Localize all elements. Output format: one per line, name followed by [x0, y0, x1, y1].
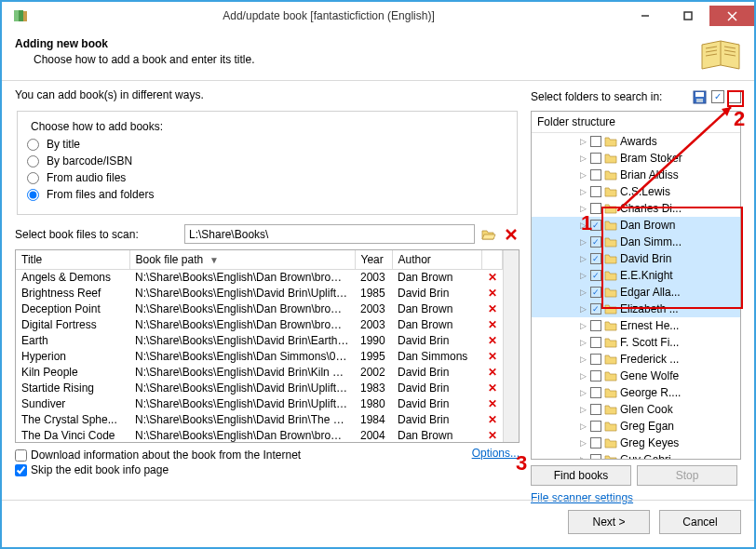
- folder-node[interactable]: ▷Awards: [532, 133, 740, 150]
- expand-icon[interactable]: ▷: [578, 170, 587, 180]
- cell-delete[interactable]: ✕: [482, 286, 503, 301]
- folder-checkbox[interactable]: [590, 253, 601, 264]
- expand-icon[interactable]: ▷: [578, 355, 587, 364]
- table-row[interactable]: The Da Vinci CodeN:\Share\Books\English\…: [16, 428, 503, 443]
- options-link[interactable]: Options...: [472, 447, 520, 478]
- folder-checkbox[interactable]: [590, 220, 601, 231]
- folder-checkbox[interactable]: [590, 303, 601, 315]
- folder-node[interactable]: ▷Bram Stoker: [532, 150, 740, 167]
- expand-icon[interactable]: ▷: [578, 254, 587, 263]
- expand-icon[interactable]: ▷: [578, 221, 587, 230]
- folder-checkbox[interactable]: [590, 270, 601, 281]
- folder-node[interactable]: ▷Charles Di...: [532, 200, 740, 217]
- folder-checkbox[interactable]: [590, 387, 601, 398]
- chk-skip-edit[interactable]: Skip the edit book info page: [15, 463, 472, 476]
- uncheck-all-button[interactable]: [728, 90, 741, 103]
- cell-delete[interactable]: ✕: [482, 270, 503, 286]
- radio-from-audio[interactable]: From audio files: [27, 171, 507, 184]
- expand-icon[interactable]: ▷: [578, 304, 587, 314]
- expand-icon[interactable]: ▷: [578, 204, 587, 213]
- table-row[interactable]: EarthN:\Share\Books\English\David Brin\E…: [16, 333, 503, 349]
- folder-node[interactable]: ▷C.S.Lewis: [532, 183, 740, 200]
- folder-checkbox[interactable]: [590, 320, 601, 331]
- folder-node[interactable]: ▷Frederick ...: [532, 351, 740, 368]
- expand-icon[interactable]: ▷: [578, 388, 587, 397]
- table-row[interactable]: HyperionN:\Share\Books\English\Dan Simmo…: [16, 349, 503, 365]
- chk-download[interactable]: Download information about the book from…: [15, 449, 472, 462]
- folder-node[interactable]: ▷Greg Egan: [532, 418, 740, 435]
- radio-by-barcode[interactable]: By barcode/ISBN: [27, 154, 507, 167]
- folder-checkbox[interactable]: [590, 370, 601, 382]
- folder-node[interactable]: ▷Gene Wolfe: [532, 368, 740, 384]
- radio-from-files[interactable]: From files and folders: [27, 188, 507, 201]
- folder-checkbox[interactable]: [590, 287, 601, 298]
- expand-icon[interactable]: ▷: [578, 321, 587, 330]
- folder-checkbox[interactable]: [590, 454, 601, 460]
- expand-icon[interactable]: ▷: [578, 405, 587, 414]
- table-row[interactable]: Deception PointN:\Share\Books\English\Da…: [16, 301, 503, 317]
- table-row[interactable]: The Crystal Sphe...N:\Share\Books\Englis…: [16, 412, 503, 428]
- cell-delete[interactable]: ✕: [482, 381, 503, 396]
- folder-checkbox[interactable]: [590, 437, 601, 449]
- expand-icon[interactable]: ▷: [578, 237, 587, 247]
- clear-path-button[interactable]: [503, 226, 520, 243]
- expand-icon[interactable]: ▷: [578, 455, 587, 460]
- radio-by-title[interactable]: By title: [27, 138, 507, 151]
- cell-delete[interactable]: ✕: [482, 301, 503, 317]
- table-row[interactable]: Kiln PeopleN:\Share\Books\English\David …: [16, 365, 503, 381]
- next-button[interactable]: Next >: [568, 510, 650, 534]
- folder-checkbox[interactable]: [590, 354, 601, 365]
- cell-delete[interactable]: ✕: [482, 317, 503, 333]
- folder-node[interactable]: ▷Greg Keyes: [532, 435, 740, 451]
- cell-delete[interactable]: ✕: [482, 349, 503, 365]
- folder-checkbox[interactable]: [590, 404, 601, 415]
- folder-node[interactable]: ▷Ernest He...: [532, 317, 740, 334]
- cell-delete[interactable]: ✕: [482, 428, 503, 443]
- folder-checkbox[interactable]: [590, 337, 601, 348]
- folder-node[interactable]: ▷Glen Cook: [532, 401, 740, 418]
- maximize-button[interactable]: [667, 6, 709, 26]
- expand-icon[interactable]: ▷: [578, 288, 587, 297]
- find-books-button[interactable]: Find books: [531, 465, 631, 486]
- folder-node[interactable]: ▷George R....: [532, 384, 740, 401]
- expand-icon[interactable]: ▷: [578, 422, 587, 431]
- folder-node[interactable]: ▷David Brin: [532, 250, 740, 267]
- close-button[interactable]: [709, 6, 754, 26]
- expand-icon[interactable]: ▷: [578, 137, 587, 146]
- folder-node[interactable]: ▷F. Scott Fi...: [532, 334, 740, 351]
- expand-icon[interactable]: ▷: [578, 438, 587, 448]
- cancel-button[interactable]: Cancel: [659, 510, 741, 534]
- expand-icon[interactable]: ▷: [578, 154, 587, 163]
- folder-node[interactable]: ▷E.E.Knight: [532, 267, 740, 284]
- col-path[interactable]: Book file path ▼: [129, 250, 355, 270]
- folder-node[interactable]: ▷Dan Simm...: [532, 234, 740, 250]
- cell-delete[interactable]: ✕: [482, 412, 503, 428]
- table-row[interactable]: Angels & DemonsN:\Share\Books\English\Da…: [16, 270, 503, 286]
- save-folders-button[interactable]: [691, 88, 708, 105]
- table-row[interactable]: Startide RisingN:\Share\Books\English\Da…: [16, 381, 503, 396]
- folder-checkbox[interactable]: [590, 421, 601, 432]
- table-row[interactable]: Brightness ReefN:\Share\Books\English\Da…: [16, 286, 503, 301]
- folder-checkbox[interactable]: [590, 203, 601, 214]
- folder-checkbox[interactable]: [590, 153, 601, 164]
- folder-checkbox[interactable]: [590, 169, 601, 181]
- check-all-button[interactable]: ✓: [711, 90, 724, 103]
- folder-node[interactable]: ▷Edgar Alla...: [532, 284, 740, 301]
- folder-checkbox[interactable]: [590, 236, 601, 248]
- browse-folder-button[interactable]: [480, 226, 497, 243]
- scan-path-input[interactable]: [184, 224, 475, 244]
- expand-icon[interactable]: ▷: [578, 271, 587, 280]
- folder-node[interactable]: ▷Dan Brown: [532, 217, 740, 234]
- table-row[interactable]: SundiverN:\Share\Books\English\David Bri…: [16, 396, 503, 412]
- minimize-button[interactable]: [624, 6, 667, 26]
- folder-node[interactable]: ▷Brian Aldiss: [532, 167, 740, 183]
- col-title[interactable]: Title: [16, 250, 129, 270]
- col-year[interactable]: Year: [355, 250, 392, 270]
- cell-delete[interactable]: ✕: [482, 365, 503, 381]
- table-scrollbar[interactable]: [503, 250, 519, 442]
- folder-node[interactable]: ▷Guy Gabri...: [532, 451, 740, 460]
- col-author[interactable]: Author: [392, 250, 482, 270]
- cell-delete[interactable]: ✕: [482, 396, 503, 412]
- folder-checkbox[interactable]: [590, 186, 601, 197]
- cell-delete[interactable]: ✕: [482, 333, 503, 349]
